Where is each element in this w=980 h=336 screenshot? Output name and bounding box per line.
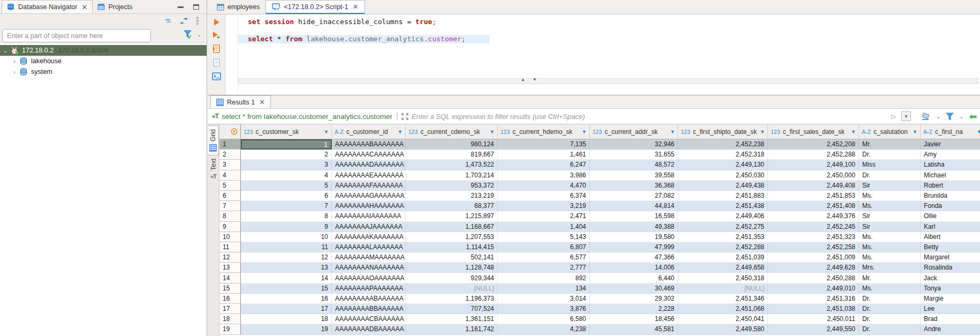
row-number[interactable]: 8 xyxy=(219,211,241,221)
column-dropdown-icon[interactable]: ▼ xyxy=(977,129,980,135)
cell-c_current_hdemo_sk[interactable]: 892 xyxy=(498,273,590,283)
column-header-c_first_shipto_date_sk[interactable]: 123c_first_shipto_date_sk▼ xyxy=(678,124,768,139)
column-header-c_salutation[interactable]: A-Zc_salutation▼ xyxy=(859,124,921,139)
cell-c_current_hdemo_sk[interactable]: 2,777 xyxy=(498,263,590,273)
cell-c_first_sales_date_sk[interactable]: 2,450,000 xyxy=(768,170,859,181)
cell-c_first_shipto_date_sk[interactable]: 2,452,318 xyxy=(678,150,768,160)
cell-c_customer_sk[interactable]: 6 xyxy=(241,191,332,201)
cell-c_current_addr_sk[interactable]: 39,558 xyxy=(590,170,678,181)
cell-c_first_shipto_date_sk[interactable]: 2,451,883 xyxy=(678,191,768,201)
cell-c_first_na[interactable]: Andre xyxy=(921,324,980,334)
cell-c_salutation[interactable]: Dr. xyxy=(859,304,921,314)
cell-c_first_shipto_date_sk[interactable]: 2,451,353 xyxy=(678,232,768,242)
cell-c_first_shipto_date_sk[interactable]: 2,449,658 xyxy=(678,263,768,273)
cell-c_salutation[interactable]: Ms. xyxy=(859,201,921,211)
cell-c_first_na[interactable]: Rosalinda xyxy=(921,263,980,273)
cell-c_customer_id[interactable]: AAAAAAAAFAAAAAAA xyxy=(332,181,406,191)
row-number[interactable]: 18 xyxy=(219,314,241,324)
cell-c_current_cdemo_sk[interactable]: 1,361,151 xyxy=(406,314,498,324)
cell-c_first_sales_date_sk[interactable]: 2,449,376 xyxy=(768,211,859,221)
cell-c_current_addr_sk[interactable]: 6,440 xyxy=(590,273,678,283)
cell-c_current_hdemo_sk[interactable]: 3,014 xyxy=(498,294,590,304)
maximize-icon[interactable] xyxy=(193,4,199,10)
cell-c_current_hdemo_sk[interactable]: 6,807 xyxy=(498,242,590,252)
cell-c_current_cdemo_sk[interactable]: 980,124 xyxy=(406,139,498,150)
cell-c_current_cdemo_sk[interactable]: 929,344 xyxy=(406,273,498,283)
cell-c_current_cdemo_sk[interactable]: 953,372 xyxy=(406,181,498,191)
cell-c_current_addr_sk[interactable]: 32,946 xyxy=(590,139,678,150)
row-number[interactable]: 4 xyxy=(219,170,241,181)
cell-c_first_shipto_date_sk[interactable]: 2,449,438 xyxy=(678,181,768,191)
eraser-icon[interactable] xyxy=(921,113,931,121)
column-header-c_customer_sk[interactable]: 123c_customer_sk▼ xyxy=(241,124,332,139)
minimize-icon[interactable] xyxy=(178,6,184,8)
execute-new-tab-icon[interactable] xyxy=(212,31,221,40)
row-number[interactable]: 3 xyxy=(219,160,241,170)
explain-plan-icon[interactable] xyxy=(212,58,221,68)
cell-c_salutation[interactable]: Ms. xyxy=(859,242,921,252)
cell-c_customer_id[interactable]: AAAAAAAADBAAAAAA xyxy=(332,324,406,334)
cell-c_first_shipto_date_sk[interactable]: 2,450,318 xyxy=(678,273,768,283)
cell-c_customer_sk[interactable]: 7 xyxy=(241,201,332,211)
presentation-tab-grid[interactable]: Grid xyxy=(208,125,219,155)
cell-c_current_addr_sk[interactable]: 14,006 xyxy=(590,263,678,273)
sql-line[interactable]: select * from lakehouse.customer_analyti… xyxy=(238,35,490,43)
cell-c_customer_sk[interactable]: 2 xyxy=(241,150,332,160)
cell-c_first_sales_date_sk[interactable]: 2,450,011 xyxy=(768,314,859,324)
cell-c_customer_sk[interactable]: 8 xyxy=(241,211,332,221)
execute-script-icon[interactable] xyxy=(212,44,221,54)
cell-c_customer_sk[interactable]: 13 xyxy=(241,263,332,273)
cell-c_first_sales_date_sk[interactable]: 2,449,100 xyxy=(768,160,859,170)
column-header-c_customer_id[interactable]: A-Zc_customer_id▼ xyxy=(332,124,406,139)
chevron-down-icon[interactable]: ⌄ xyxy=(936,114,940,120)
presentation-tab-text[interactable]: Text «T xyxy=(208,155,219,183)
execute-statement-icon[interactable] xyxy=(212,18,221,26)
sql-line[interactable] xyxy=(238,26,980,35)
grid-corner-cell[interactable] xyxy=(219,124,241,139)
cell-c_current_hdemo_sk[interactable]: 6,580 xyxy=(498,314,590,324)
cell-c_current_hdemo_sk[interactable]: 6,374 xyxy=(498,191,590,201)
cell-c_current_addr_sk[interactable]: 36,368 xyxy=(590,181,678,191)
cell-c_salutation[interactable]: Sir xyxy=(859,181,921,191)
column-dropdown-icon[interactable]: ▼ xyxy=(851,129,856,135)
row-number[interactable]: 16 xyxy=(219,294,241,304)
cell-c_customer_sk[interactable]: 17 xyxy=(241,304,332,314)
sql-line[interactable]: set session hide_inaccessible_columns = … xyxy=(238,18,980,26)
cell-c_first_shipto_date_sk[interactable]: 2,449,580 xyxy=(678,324,768,334)
cell-c_first_sales_date_sk[interactable]: 2,452,245 xyxy=(768,222,859,232)
cell-c_first_sales_date_sk[interactable]: 2,449,628 xyxy=(768,263,859,273)
cell-c_current_addr_sk[interactable]: 16,598 xyxy=(590,211,678,221)
column-header-c_current_cdemo_sk[interactable]: 123c_current_cdemo_sk▼ xyxy=(406,124,498,139)
chevron-down-icon[interactable]: ⌄ xyxy=(197,32,201,38)
cell-c_salutation[interactable]: Miss xyxy=(859,160,921,170)
cell-c_salutation[interactable]: Ms. xyxy=(859,191,921,201)
cell-c_first_shipto_date_sk[interactable]: 2,449,130 xyxy=(678,160,768,170)
cell-c_customer_sk[interactable]: 15 xyxy=(241,283,332,294)
sash-collapse-icons[interactable]: ▲▼ xyxy=(521,77,537,82)
cell-c_salutation[interactable]: Dr. xyxy=(859,294,921,304)
cell-c_current_cdemo_sk[interactable]: 1,161,742 xyxy=(406,324,498,334)
cell-c_customer_id[interactable]: AAAAAAAACAAAAAAA xyxy=(332,150,406,160)
expand-chevron-icon[interactable]: › xyxy=(11,58,18,64)
cell-c_customer_id[interactable]: AAAAAAAALAAAAAAA xyxy=(332,242,406,252)
cell-c_current_addr_sk[interactable]: 31,655 xyxy=(590,150,678,160)
column-header-c_current_addr_sk[interactable]: 123c_current_addr_sk▼ xyxy=(590,124,678,139)
editor-horizontal-scrollbar[interactable] xyxy=(238,78,978,84)
cell-c_current_cdemo_sk[interactable]: 1,473,522 xyxy=(406,160,498,170)
cell-c_current_hdemo_sk[interactable]: 4,470 xyxy=(498,181,590,191)
cell-c_current_cdemo_sk[interactable]: 1,196,373 xyxy=(406,294,498,304)
cell-c_first_sales_date_sk[interactable]: 2,451,323 xyxy=(768,232,859,242)
results-filter-bar[interactable]: «T select * from lakehouse.customer_anal… xyxy=(208,109,980,124)
cell-c_current_hdemo_sk[interactable]: 6,247 xyxy=(498,160,590,170)
cell-c_first_sales_date_sk[interactable]: 2,452,208 xyxy=(768,139,859,150)
cell-c_first_shipto_date_sk[interactable]: 2,451,438 xyxy=(678,201,768,211)
cell-c_first_sales_date_sk[interactable]: 2,451,408 xyxy=(768,201,859,211)
cell-c_customer_sk[interactable]: 19 xyxy=(241,324,332,334)
tree-item-172-18-0-2[interactable]: ⌄172.18.0.2172.18.0.2:31604 xyxy=(0,45,207,56)
cell-c_first_na[interactable]: Jack xyxy=(921,273,980,283)
cell-c_current_cdemo_sk[interactable]: 1,114,415 xyxy=(406,242,498,252)
cell-c_first_na[interactable]: Ollie xyxy=(921,211,980,221)
cell-c_first_shipto_date_sk[interactable]: 2,452,238 xyxy=(678,139,768,150)
cell-c_customer_sk[interactable]: 4 xyxy=(241,170,332,181)
close-icon[interactable]: ✕ xyxy=(259,99,265,106)
